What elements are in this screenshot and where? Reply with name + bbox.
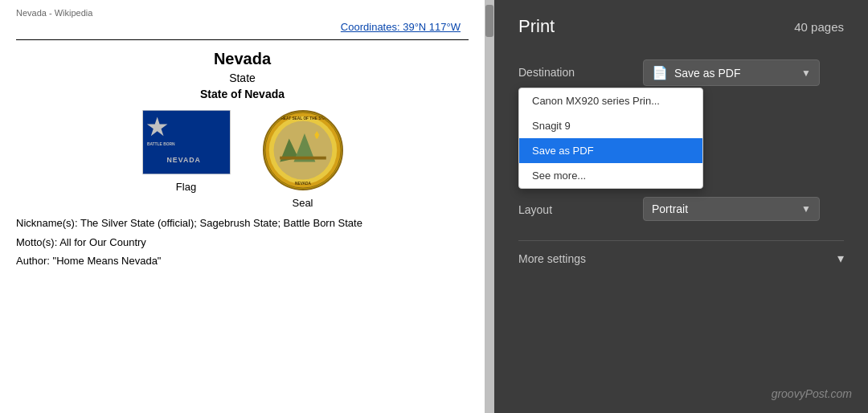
layout-arrow-icon: ▼ (801, 203, 811, 215)
destination-value: Save as PDF (674, 67, 795, 80)
seal-item: NEVADA THE GREAT SEAL OF THE STATE OF Se… (263, 110, 343, 209)
coordinates: Coordinates: 39°N 117°W (16, 21, 469, 33)
more-settings-row[interactable]: More settings ▾ (518, 240, 844, 276)
seal-label: Seal (292, 197, 313, 209)
nevada-flag: BATTLE BORN NEVADA (142, 110, 231, 174)
destination-dropdown[interactable]: 📄 Save as PDF ▼ (643, 59, 820, 86)
images-row: BATTLE BORN NEVADA Flag (16, 110, 469, 209)
layout-label: Layout (518, 197, 643, 216)
dropdown-item-canon[interactable]: Canon MX920 series Prin... (519, 88, 702, 113)
nickname-row: Nickname(s): The Silver State (official)… (16, 215, 469, 231)
more-settings-label: More settings (518, 252, 586, 265)
print-header: Print 40 pages (518, 16, 844, 37)
motto-row: Motto(s): All for Our Country (16, 235, 469, 251)
preview-panel: Nevada - Wikipedia Coordinates: 39°N 117… (0, 0, 494, 413)
layout-control: Portrait ▼ (643, 197, 844, 221)
print-title: Print (518, 16, 555, 37)
page-content: Nevada - Wikipedia Coordinates: 39°N 117… (0, 0, 485, 413)
svg-rect-10 (280, 157, 326, 160)
flag-item: BATTLE BORN NEVADA Flag (142, 110, 231, 209)
pages-count: 40 pages (794, 20, 844, 34)
destination-dropdown-menu[interactable]: Canon MX920 series Prin... Snagit 9 Save… (518, 88, 703, 189)
destination-control: 📄 Save as PDF ▼ Canon MX920 series Prin.… (643, 59, 844, 86)
svg-text:NEVADA: NEVADA (295, 182, 311, 186)
destination-label: Destination (518, 59, 643, 79)
watermark: groovyPost.com (772, 387, 852, 400)
divider-line (16, 39, 469, 40)
svg-text:THE GREAT SEAL OF THE STATE OF: THE GREAT SEAL OF THE STATE OF (268, 117, 336, 121)
dropdown-item-pdf[interactable]: Save as PDF (519, 138, 702, 163)
scrollbar[interactable] (485, 0, 494, 413)
state-label: State (16, 72, 469, 84)
dropdown-item-snagit[interactable]: Snagit 9 (519, 113, 702, 138)
svg-text:BATTLE BORN: BATTLE BORN (146, 142, 174, 146)
layout-row: Layout Portrait ▼ (518, 197, 844, 221)
chevron-down-icon: ▾ (837, 251, 844, 266)
nevada-title: Nevada (16, 50, 469, 68)
nevada-seal: NEVADA THE GREAT SEAL OF THE STATE OF (263, 110, 343, 190)
svg-text:NEVADA: NEVADA (166, 156, 201, 164)
layout-dropdown[interactable]: Portrait ▼ (643, 197, 820, 221)
layout-value: Portrait (652, 202, 795, 215)
flag-label: Flag (176, 181, 196, 193)
dropdown-item-more[interactable]: See more... (519, 163, 702, 188)
print-panel: Print 40 pages Destination 📄 Save as PDF… (494, 0, 868, 413)
tab-bar: Nevada - Wikipedia (16, 8, 469, 18)
author-row: Author: "Home Means Nevada" (16, 253, 469, 269)
state-of-nevada: State of Nevada (16, 88, 469, 100)
destination-row: Destination 📄 Save as PDF ▼ Canon MX920 … (518, 59, 844, 86)
scrollbar-thumb[interactable] (485, 5, 493, 37)
pdf-icon: 📄 (652, 65, 668, 80)
dropdown-arrow-icon: ▼ (801, 67, 811, 79)
